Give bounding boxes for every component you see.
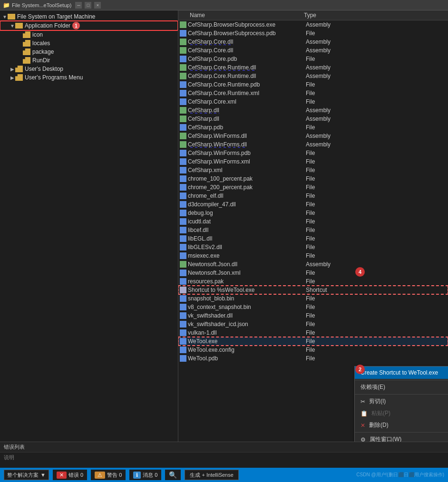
context-menu-cut[interactable]: ✂ 剪切(I) Ctrl+X: [355, 395, 448, 407]
file-icon: [180, 167, 186, 174]
context-menu-properties[interactable]: ⚙ 属性窗口(W) Ctrl+↑...: [355, 434, 448, 442]
paste-icon: 📋: [360, 410, 368, 417]
file-icon: [180, 355, 186, 362]
file-row[interactable]: CefSharp.BrowserSubprocess.pdbFile: [178, 29, 448, 38]
file-row[interactable]: CefSharp.Core.Runtime.dllAssembly: [178, 63, 448, 72]
solution-dropdown[interactable]: 整个解决方案 ▼: [4, 470, 49, 480]
file-row[interactable]: libcef.dllFile: [178, 226, 448, 234]
tree-item-rundir[interactable]: RunDir: [0, 56, 178, 65]
file-row[interactable]: CefSharp.pdbFile: [178, 123, 448, 132]
file-row[interactable]: v8_context_snapshot.binFile: [178, 303, 448, 311]
file-row[interactable]: resources.pakFile: [178, 277, 448, 286]
context-menu-delete[interactable]: ✕ 删除(D) Del: [355, 419, 448, 431]
file-row[interactable]: vk_swiftshader_icd.jsonFile: [178, 320, 448, 328]
file-row[interactable]: vulkan-1.dllFile: [178, 328, 448, 337]
file-row[interactable]: CefSharp.Core.Runtime.pdbFile: [178, 80, 448, 89]
file-icon: [180, 193, 186, 199]
file-name: libGLESv2.dll: [188, 244, 302, 251]
file-type: File: [302, 124, 448, 131]
cut-icon: ✂: [360, 398, 365, 405]
file-row[interactable]: CefSharp.Core.Runtime.dllAssembly: [178, 72, 448, 80]
tree-item-package-label: package: [32, 48, 54, 55]
file-type: File: [302, 252, 448, 259]
file-name: snapshot_blob.bin: [188, 295, 302, 302]
file-row[interactable]: chrome_200_percent.pakFile: [178, 183, 448, 192]
tree-item-icon[interactable]: icon: [0, 30, 178, 39]
assembly-icon: [180, 141, 186, 148]
context-menu-create-shortcut[interactable]: Create Shortcut to WeTool.exe 3: [355, 366, 448, 379]
file-row[interactable]: CefSharp.dllAssembly: [178, 106, 448, 115]
tree-item-locales[interactable]: locales: [0, 39, 178, 48]
file-row[interactable]: debug.logFile: [178, 209, 448, 217]
file-name: CefSharp.WinForms.pdb: [188, 150, 302, 156]
file-name: CefSharp.WinForms.xml: [188, 158, 302, 165]
assembly-icon: [180, 64, 186, 71]
file-row[interactable]: snapshot_blob.binFile: [178, 294, 448, 303]
file-row[interactable]: msiexec.exeFile: [178, 251, 448, 260]
file-row[interactable]: CefSharp.BrowserSubprocess.exeAssembly: [178, 20, 448, 29]
file-row[interactable]: CefSharp.Core.Runtime.xmlFile: [178, 89, 448, 97]
intellisense-badge[interactable]: 🔍: [165, 470, 181, 480]
folder-icon-locales: [23, 40, 30, 47]
file-row[interactable]: CefSharp.WinForms.dllAssembly: [178, 140, 448, 149]
error-badge-container[interactable]: ✕ 错误 0: [53, 470, 87, 480]
info-badge-container[interactable]: ℹ 消息 0: [129, 470, 161, 480]
build-btn[interactable]: 生成 + IntelliSense: [185, 470, 238, 480]
info-count: 消息 0: [143, 472, 157, 479]
tree-item-root[interactable]: ▼ File System on Target Machine: [0, 12, 178, 21]
file-name: Newtonsoft.Json.dll: [188, 261, 302, 268]
file-icon: [180, 244, 186, 251]
file-row[interactable]: Newtonsoft.Json.dllAssembly: [178, 260, 448, 269]
file-type: File: [302, 295, 448, 302]
file-row[interactable]: CefSharp.xmlFile: [178, 166, 448, 174]
file-row[interactable]: vk_swiftshader.dllFile: [178, 311, 448, 320]
file-row[interactable]: icudtl.datFile: [178, 217, 448, 226]
file-type: Assembly: [302, 116, 448, 122]
file-row[interactable]: CefSharp.dllAssembly: [178, 115, 448, 123]
file-row[interactable]: WeTool.exeFile: [178, 337, 448, 346]
file-row[interactable]: chrome_100_percent.pakFile: [178, 174, 448, 183]
file-type: Assembly: [302, 73, 448, 79]
file-type: File: [302, 278, 448, 285]
tree-item-package[interactable]: package: [0, 48, 178, 56]
file-name: CefSharp.dll: [188, 116, 302, 122]
file-row[interactable]: WeTool.pdbFile: [178, 354, 448, 363]
file-row[interactable]: chrome_elf.dllFile: [178, 192, 448, 200]
file-name: CefSharp.WinForms.dll: [188, 141, 302, 148]
title-bar-maximize-btn[interactable]: □: [85, 2, 91, 9]
context-menu-paste[interactable]: 📋 粘贴(P) Ctrl+V: [355, 407, 448, 419]
file-row[interactable]: CefSharp.WinForms.dllAssembly: [178, 132, 448, 140]
file-row[interactable]: WeTool.exe.configFile: [178, 346, 448, 354]
file-icon: [180, 150, 186, 156]
file-row[interactable]: CefSharp.WinForms.pdbFile: [178, 149, 448, 157]
file-type: File: [302, 90, 448, 96]
file-row[interactable]: CefSharp.Core.dllAssembly: [178, 46, 448, 55]
file-type: File: [302, 312, 448, 319]
title-bar-close-x-btn[interactable]: ×: [94, 2, 101, 9]
status-bar: 整个解决方案 ▼ ✕ 错误 0 ⚠ 警告 0 ℹ 消息 0 🔍 生成 + Int…: [0, 468, 448, 482]
file-row[interactable]: libGLESv2.dllFile: [178, 243, 448, 251]
tree-item-desktop[interactable]: ▶ User's Desktop: [0, 65, 178, 73]
file-row[interactable]: CefSharp.Core.pdbFile: [178, 55, 448, 63]
warning-badge-container[interactable]: ⚠ 警告 0: [91, 470, 126, 480]
file-row[interactable]: libEGL.dllFile: [178, 234, 448, 243]
tree-item-appfolder[interactable]: ▼ Application Folder 1: [0, 21, 178, 30]
file-name: CefSharp.xml: [188, 167, 302, 174]
folder-icon-programs: [15, 74, 23, 81]
file-icon: [180, 124, 186, 131]
file-name: CefSharp.Core.Runtime.dll: [188, 73, 302, 79]
file-type: File: [302, 184, 448, 191]
assembly-icon: [180, 107, 186, 114]
file-row[interactable]: Newtonsoft.Json.xmlFile: [178, 269, 448, 277]
file-row[interactable]: CefSharp.WinForms.xmlFile: [178, 157, 448, 166]
file-name: Shortcut to %sWeTool.exe: [188, 287, 302, 293]
file-row[interactable]: d3dcompiler_47.dllFile: [178, 200, 448, 209]
tree-item-programs[interactable]: ▶ User's Programs Menu: [0, 73, 178, 82]
badge-1: 1: [72, 22, 80, 29]
file-row[interactable]: CefSharp.Core.xmlFile: [178, 97, 448, 106]
file-row[interactable]: CefSharp.Core.dllAssembly: [178, 38, 448, 46]
file-row[interactable]: Shortcut to %sWeTool.exeShortcut: [178, 286, 448, 294]
folder-icon-package: [23, 48, 30, 55]
title-bar-close-btn[interactable]: ─: [75, 2, 82, 9]
context-menu-deps[interactable]: 依赖项(E): [355, 381, 448, 393]
